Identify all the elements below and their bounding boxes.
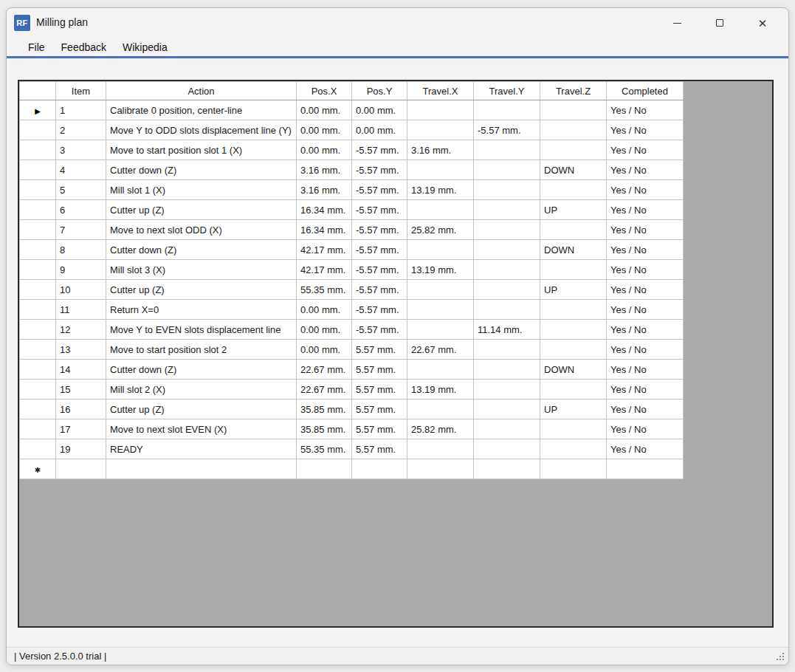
cell-travel-x[interactable] xyxy=(407,240,474,260)
column-header-completed[interactable]: Completed xyxy=(607,82,684,100)
cell-completed[interactable]: Yes / No xyxy=(607,200,684,220)
cell-pos-y[interactable]: 5.57 mm. xyxy=(352,380,407,400)
cell-item[interactable]: 10 xyxy=(56,280,106,300)
cell-item[interactable]: 3 xyxy=(56,140,106,160)
cell-travel-z[interactable] xyxy=(540,439,607,459)
cell-completed[interactable]: Yes / No xyxy=(607,360,684,380)
row-selector[interactable] xyxy=(20,419,56,439)
cell-travel-y[interactable] xyxy=(474,140,540,160)
cell-action[interactable]: Cutter up (Z) xyxy=(106,400,297,419)
cell-travel-y[interactable] xyxy=(474,300,540,320)
cell-action[interactable]: Calibrate 0 position, center-line xyxy=(106,100,297,120)
empty-cell[interactable] xyxy=(540,459,607,479)
cell-travel-z[interactable] xyxy=(540,260,607,280)
cell-item[interactable]: 2 xyxy=(56,120,106,140)
cell-action[interactable]: Mill slot 2 (X) xyxy=(106,380,297,400)
cell-action[interactable]: Move Y to EVEN slots displacement line xyxy=(106,320,297,340)
cell-travel-x[interactable]: 13.19 mm. xyxy=(407,180,474,200)
cell-item[interactable]: 17 xyxy=(56,419,106,439)
cell-pos-x[interactable]: 35.85 mm. xyxy=(297,419,352,439)
cell-travel-y[interactable] xyxy=(474,360,540,380)
cell-completed[interactable]: Yes / No xyxy=(607,100,684,120)
empty-cell[interactable] xyxy=(56,459,106,479)
cell-travel-z[interactable]: DOWN xyxy=(540,240,607,260)
row-selector[interactable] xyxy=(20,180,56,200)
cell-travel-x[interactable] xyxy=(407,200,474,220)
cell-travel-z[interactable]: UP xyxy=(540,200,607,220)
row-selector[interactable] xyxy=(20,360,56,380)
cell-action[interactable]: Cutter down (Z) xyxy=(106,240,297,260)
cell-travel-y[interactable] xyxy=(474,240,540,260)
row-selector[interactable] xyxy=(20,260,56,280)
cell-pos-x[interactable]: 16.34 mm. xyxy=(297,220,352,240)
cell-action[interactable]: Move to start position slot 1 (X) xyxy=(106,140,297,160)
empty-cell[interactable] xyxy=(607,459,684,479)
cell-item[interactable]: 11 xyxy=(56,300,106,320)
cell-item[interactable]: 16 xyxy=(56,400,106,419)
cell-pos-x[interactable]: 0.00 mm. xyxy=(297,340,352,360)
cell-pos-x[interactable]: 3.16 mm. xyxy=(297,180,352,200)
cell-travel-z[interactable]: DOWN xyxy=(540,160,607,180)
empty-cell[interactable] xyxy=(106,459,297,479)
app-icon[interactable]: RF xyxy=(14,15,30,31)
cell-travel-x[interactable] xyxy=(407,280,474,300)
cell-pos-y[interactable]: -5.57 mm. xyxy=(352,140,407,160)
cell-pos-x[interactable]: 35.85 mm. xyxy=(297,400,352,419)
cell-pos-x[interactable]: 0.00 mm. xyxy=(297,140,352,160)
cell-action[interactable]: READY xyxy=(106,439,297,459)
column-header-pos-x[interactable]: Pos.X xyxy=(297,82,352,100)
cell-travel-z[interactable] xyxy=(540,140,607,160)
row-selector[interactable] xyxy=(20,240,56,260)
cell-pos-y[interactable]: 5.57 mm. xyxy=(352,400,407,419)
cell-travel-z[interactable] xyxy=(540,300,607,320)
cell-pos-x[interactable]: 0.00 mm. xyxy=(297,320,352,340)
cell-travel-y[interactable]: -5.57 mm. xyxy=(474,120,540,140)
cell-pos-x[interactable]: 0.00 mm. xyxy=(297,300,352,320)
cell-item[interactable]: 13 xyxy=(56,340,106,360)
cell-pos-y[interactable]: -5.57 mm. xyxy=(352,280,407,300)
cell-travel-z[interactable]: UP xyxy=(540,280,607,300)
resize-grip-icon[interactable] xyxy=(776,653,784,661)
cell-travel-z[interactable] xyxy=(540,419,607,439)
menu-item-wikipedia[interactable]: Wikipedia xyxy=(114,40,176,55)
close-button[interactable]: ✕ xyxy=(741,10,784,35)
cell-travel-y[interactable] xyxy=(474,220,540,240)
cell-travel-z[interactable] xyxy=(540,100,607,120)
cell-pos-y[interactable]: -5.57 mm. xyxy=(352,300,407,320)
cell-travel-y[interactable] xyxy=(474,340,540,360)
row-selector[interactable] xyxy=(20,380,56,400)
cell-action[interactable]: Cutter up (Z) xyxy=(106,200,297,220)
cell-travel-y[interactable] xyxy=(474,180,540,200)
row-selector[interactable] xyxy=(20,340,56,360)
cell-travel-z[interactable] xyxy=(540,220,607,240)
cell-action[interactable]: Mill slot 3 (X) xyxy=(106,260,297,280)
cell-pos-x[interactable]: 22.67 mm. xyxy=(297,360,352,380)
cell-item[interactable]: 6 xyxy=(56,200,106,220)
cell-travel-z[interactable] xyxy=(540,180,607,200)
cell-pos-x[interactable]: 16.34 mm. xyxy=(297,200,352,220)
row-selector[interactable] xyxy=(20,439,56,459)
cell-item[interactable]: 9 xyxy=(56,260,106,280)
row-selector[interactable] xyxy=(20,280,56,300)
cell-pos-y[interactable]: 5.57 mm. xyxy=(352,419,407,439)
cell-completed[interactable]: Yes / No xyxy=(607,340,684,360)
row-selector[interactable] xyxy=(20,220,56,240)
cell-travel-x[interactable] xyxy=(407,360,474,380)
cell-action[interactable]: Move Y to ODD slots displacement line (Y… xyxy=(106,120,297,140)
cell-completed[interactable]: Yes / No xyxy=(607,300,684,320)
cell-completed[interactable]: Yes / No xyxy=(607,320,684,340)
cell-travel-y[interactable] xyxy=(474,160,540,180)
cell-travel-y[interactable] xyxy=(474,400,540,419)
cell-pos-x[interactable]: 55.35 mm. xyxy=(297,280,352,300)
cell-item[interactable]: 1 xyxy=(56,100,106,120)
cell-pos-x[interactable]: 0.00 mm. xyxy=(297,100,352,120)
cell-completed[interactable]: Yes / No xyxy=(607,380,684,400)
menu-item-file[interactable]: File xyxy=(20,40,53,55)
cell-item[interactable]: 4 xyxy=(56,160,106,180)
cell-travel-x[interactable]: 3.16 mm. xyxy=(407,140,474,160)
row-selector[interactable] xyxy=(20,120,56,140)
cell-travel-y[interactable] xyxy=(474,200,540,220)
cell-pos-y[interactable]: -5.57 mm. xyxy=(352,220,407,240)
cell-travel-x[interactable]: 22.67 mm. xyxy=(407,340,474,360)
cell-item[interactable]: 15 xyxy=(56,380,106,400)
